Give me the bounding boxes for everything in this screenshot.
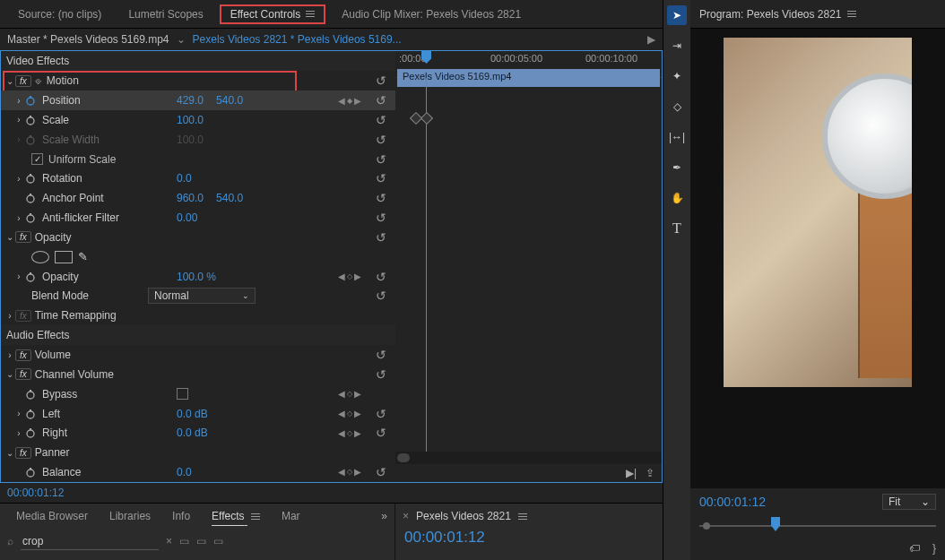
type-tool-icon[interactable]: T [667,219,687,238]
reset-icon[interactable]: ↺ [376,152,386,167]
export-icon[interactable]: ⇪ [646,467,655,479]
reset-icon[interactable]: ↺ [376,211,386,225]
zoom-select[interactable]: Fit ⌄ [882,494,936,510]
hand-tool-icon[interactable]: ✋ [667,188,687,208]
effect-motion-row[interactable]: ⌄ fx ⟐ Motion ↺ [1,71,395,90]
left-value[interactable]: 0.0 dB [177,408,221,420]
uniform-scale-row[interactable]: Uniform Scale ↺ [1,150,395,169]
property-anchor-row[interactable]: › Anchor Point 960.0 540.0 ↺ [1,188,395,208]
stopwatch-icon[interactable] [24,388,37,401]
panel-menu-icon[interactable] [518,513,527,520]
reset-icon[interactable]: ↺ [376,289,386,303]
stopwatch-icon[interactable] [24,172,37,185]
status-timecode[interactable]: 00:00:01:12 [7,487,64,499]
effect-volume-row[interactable]: › fx Volume ↺ [1,345,395,365]
playhead[interactable] [426,78,427,452]
chevron-right-icon[interactable]: › [13,271,24,281]
property-antiflicker-row[interactable]: › Anti-flicker Filter 0.00 ↺ [1,208,395,228]
close-icon[interactable]: × [403,510,409,522]
right-value[interactable]: 0.0 dB [177,426,221,439]
property-right-row[interactable]: › Right 0.0 dB ◀◇▶ ↺ [1,423,395,443]
stopwatch-icon[interactable] [24,426,37,439]
reset-icon[interactable]: ↺ [376,270,386,284]
fx-badge-icon[interactable]: fx [15,368,31,380]
preset-bin-icon[interactable]: ▭ [196,535,206,547]
property-bypass-row[interactable]: › Bypass ◀◇▶ [1,384,395,404]
preset-bin-icon[interactable]: ▭ [179,535,189,547]
chevron-right-icon[interactable]: › [13,115,24,125]
tab-info[interactable]: Info [163,508,199,524]
pen-mask-icon[interactable]: ✎ [78,250,88,263]
chevron-down-icon[interactable]: ⌄ [177,33,186,46]
keyframe-nav[interactable]: ◀◆▶ [338,96,361,106]
keyframe-nav[interactable]: ◀◇▶ [338,271,361,281]
property-opacity-row[interactable]: › Opacity 100.0 % ◀◇▶ ↺ [1,267,395,287]
effect-opacity-row[interactable]: ⌄ fx Opacity ↺ [1,228,395,247]
chevron-right-icon[interactable]: › [13,96,24,106]
rectangle-mask-icon[interactable] [55,251,73,263]
stopwatch-icon[interactable] [24,271,37,283]
position-x-value[interactable]: 429.0 [177,94,216,107]
chevron-right-icon[interactable]: › [13,174,24,184]
fx-badge-icon[interactable]: fx [15,231,31,243]
tab-source[interactable]: Source: (no clips) [7,4,112,24]
chevron-right-icon[interactable]: › [13,409,24,418]
sequence-clip-label[interactable]: Pexels Videos 2821 * Pexels Videos 5169.… [193,33,402,46]
selection-tool-icon[interactable]: ➤ [667,5,687,25]
bypass-checkbox[interactable] [177,388,188,400]
ellipse-mask-icon[interactable] [31,251,49,263]
program-monitor[interactable] [690,29,945,488]
property-position-row[interactable]: › Position 429.0 540.0 ◀◆▶ ↺ [1,90,395,110]
chevron-down-icon[interactable]: ⌄ [4,232,15,242]
clear-search-icon[interactable]: × [166,535,172,547]
effects-search-input[interactable] [21,533,159,550]
anchor-y-value[interactable]: 540.0 [216,192,256,204]
property-scale-row[interactable]: › Scale 100.0 ↺ [1,110,395,130]
reset-icon[interactable]: ↺ [376,113,386,127]
panel-menu-icon[interactable] [251,513,260,520]
property-rotation-row[interactable]: › Rotation 0.0 ↺ [1,168,395,188]
property-balance-row[interactable]: › Balance 0.0 ◀◇▶ ↺ [1,462,395,482]
fx-badge-icon[interactable]: fx [15,349,31,361]
anchor-x-value[interactable]: 960.0 [177,192,216,204]
fx-badge-icon[interactable]: fx [15,310,31,322]
reset-icon[interactable]: ↺ [376,348,386,362]
effect-timeremap-row[interactable]: › fx Time Remapping [1,306,395,325]
tab-markers[interactable]: Mar [273,508,309,524]
blendmode-select[interactable]: Normal ⌄ [148,288,256,304]
scale-value[interactable]: 100.0 [177,114,216,126]
reset-icon[interactable]: ↺ [376,230,386,245]
tab-media-browser[interactable]: Media Browser [7,508,97,524]
slip-tool-icon[interactable]: |↔| [667,127,687,147]
pen-tool-icon[interactable]: ✒ [667,158,687,177]
marker-icon[interactable]: 🏷 [909,542,920,555]
horizontal-scrollbar[interactable] [395,452,662,464]
tab-effect-controls[interactable]: Effect Controls [220,4,325,24]
keyframe-marker[interactable] [420,112,433,125]
balance-value[interactable]: 0.0 [177,466,204,478]
chevron-down-icon[interactable]: ⌄ [4,369,15,379]
scrubber-handle[interactable] [771,517,780,531]
chevron-right-icon[interactable]: › [13,213,24,223]
chevron-right-icon[interactable]: › [4,311,15,321]
program-scrubber[interactable] [699,517,936,535]
tab-lumetri[interactable]: Lumetri Scopes [117,4,213,24]
panel-menu-icon[interactable] [847,11,856,17]
stopwatch-icon[interactable] [24,114,37,126]
chevron-down-icon[interactable]: ⌄ [4,448,15,458]
reset-icon[interactable]: ↺ [376,367,386,382]
transform-icon[interactable]: ⟐ [35,74,41,87]
reset-icon[interactable]: ↺ [376,465,386,479]
timeline-ruler[interactable]: :00:00 00:00:05:00 00:00:10:00 Pexels Vi… [395,51,662,78]
ripple-edit-tool-icon[interactable]: ✦ [667,66,687,86]
razor-tool-icon[interactable]: ◇ [667,97,687,116]
loop-play-icon[interactable]: ▶| [626,467,637,479]
antiflicker-value[interactable]: 0.00 [177,211,210,224]
preset-bin-icon[interactable]: ▭ [213,535,223,547]
property-blendmode-row[interactable]: Blend Mode Normal ⌄ ↺ [1,286,395,306]
reset-icon[interactable]: ↺ [376,426,386,440]
timeline-tab[interactable]: Pexels Videos 2821 [416,510,511,522]
reset-icon[interactable]: ↺ [376,93,386,108]
reset-icon[interactable]: ↺ [376,73,386,88]
timeline-timecode[interactable]: 00:00:01:12 [395,529,663,547]
